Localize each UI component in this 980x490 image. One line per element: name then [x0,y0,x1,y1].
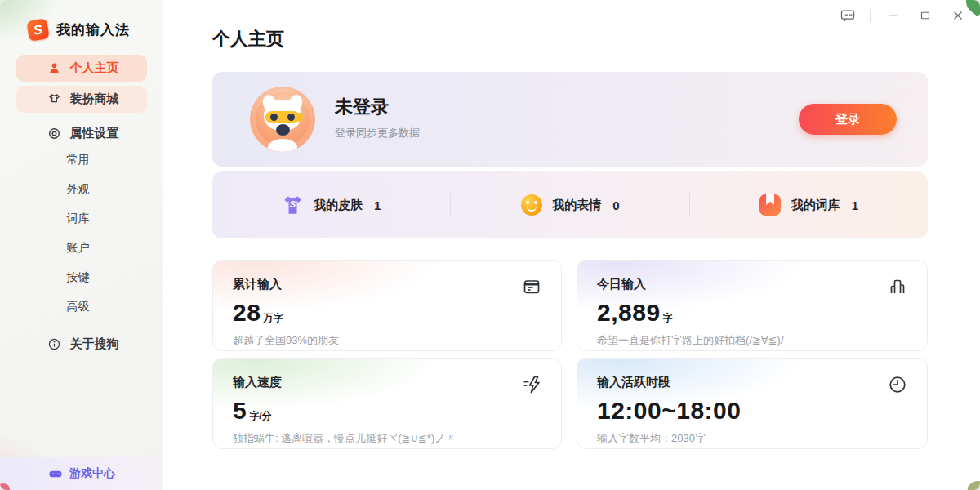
main-content: 个人主页 未登录 登录同步更多数据 登录 [163,0,980,490]
sidebar-item-about[interactable]: 关于搜狗 [16,332,147,356]
card-value: 5 [233,397,247,425]
titlebar-controls [837,7,969,24]
stat-my-skins[interactable]: S 我的皮肤 1 [212,195,450,216]
profile-text: 未登录 登录同步更多数据 [335,95,420,140]
card-input-speed: 输入速度 5 字/分 独指蜗牛: 逃离喧嚣，慢点儿挺好ヾ(≧∪≦*)ノ〃 [212,358,562,449]
gamepad-icon [48,466,63,481]
sidebar: S 我的输入法 个人主页 装扮商城 属性设置 [0,0,163,490]
card-unit: 万字 [263,311,283,325]
sogou-logo-icon: S [26,18,50,42]
sidebar-item-label: 属性设置 [70,126,119,141]
card-value: 2,889 [597,299,661,327]
app-window: S 我的输入法 个人主页 装扮商城 属性设置 [0,0,980,490]
card-description: 超越了全国93%的朋友 [233,333,541,348]
clock-icon [888,375,907,394]
tshirt-icon [47,92,62,107]
smiley-icon [520,194,542,216]
sidebar-subitem-dictionary[interactable]: 词库 [16,204,147,234]
card-description: 独指蜗牛: 逃离喧嚣，慢点儿挺好ヾ(≧∪≦*)ノ〃 [233,431,541,446]
minimize-icon[interactable] [882,7,903,24]
maximize-icon[interactable] [915,7,936,24]
card-today-input: 今日输入 2,889 字 希望一直是你打字路上的好拍档(/≧∀≦)/ [577,260,928,351]
stats-bar: S 我的皮肤 1 我的表情 0 我的词库 1 [212,172,928,238]
avatar[interactable] [250,87,315,152]
speed-icon [522,375,541,394]
card-description: 输入字数平均：2030字 [597,431,907,446]
book-icon [760,194,782,216]
card-unit: 字 [663,311,673,325]
stat-label: 我的皮肤 [314,198,363,213]
person-icon [47,61,62,76]
sidebar-item-label: 个人主页 [70,60,119,76]
card-title: 输入活跃时段 [597,375,907,390]
stat-label: 我的表情 [552,198,601,213]
bar-chart-icon [888,277,907,296]
login-button[interactable]: 登录 [799,104,897,135]
profile-card: 未登录 登录同步更多数据 登录 [212,72,928,167]
stat-my-emojis[interactable]: 我的表情 0 [451,194,688,216]
calendar-icon [522,277,541,296]
card-total-input: 累计输入 28 万字 超越了全国93%的朋友 [212,260,562,351]
card-title: 累计输入 [233,277,541,292]
card-active-period: 输入活跃时段 12:00~18:00 输入字数平均：2030字 [577,358,928,449]
sidebar-nav: 个人主页 装扮商城 属性设置 常用 外观 词库 账户 按键 高级 [0,55,163,356]
sidebar-item-label: 关于搜狗 [70,336,119,352]
stat-count: 1 [374,198,381,212]
sidebar-subitem-keys[interactable]: 按键 [16,263,147,292]
sidebar-subitem-account[interactable]: 账户 [16,234,147,263]
feedback-bubble-icon[interactable] [837,7,858,24]
sidebar-subitem-advanced[interactable]: 高级 [16,292,147,322]
card-unit: 字/分 [249,409,271,423]
target-icon [47,126,62,140]
avatar-goggles [265,111,300,123]
card-value: 12:00~18:00 [597,397,741,425]
tshirt-skin-icon: S [282,195,304,216]
info-icon [47,336,62,351]
sidebar-item-decoration-mall[interactable]: 装扮商城 [16,86,147,113]
stat-count: 0 [612,198,619,212]
sidebar-item-settings[interactable]: 属性设置 [16,121,147,145]
close-icon[interactable] [947,7,969,24]
sidebar-item-game-center[interactable]: 游戏中心 [0,457,163,490]
sidebar-item-label: 装扮商城 [70,91,119,107]
card-value: 28 [233,299,261,327]
card-title: 今日输入 [597,277,907,292]
info-cards-grid: 累计输入 28 万字 超越了全国93%的朋友 今日输入 2,889 字 希望一直… [212,260,928,449]
page-title: 个人主页 [212,27,284,51]
login-subtitle: 登录同步更多数据 [335,126,420,140]
avatar-nose [276,124,290,136]
titlebar-divider [870,9,871,22]
avatar-body [268,139,297,152]
stat-my-dictionaries[interactable]: 我的词库 1 [690,194,928,216]
sidebar-subitem-common[interactable]: 常用 [16,145,147,175]
sidebar-item-personal-home[interactable]: 个人主页 [16,55,147,82]
app-logo-row: S 我的输入法 [0,0,163,40]
login-status: 未登录 [335,95,420,119]
card-description: 希望一直是你打字路上的好拍档(/≧∀≦)/ [597,333,907,348]
app-title: 我的输入法 [56,20,130,39]
sidebar-subitem-appearance[interactable]: 外观 [16,175,147,204]
stat-count: 1 [852,198,858,212]
card-title: 输入速度 [233,375,541,390]
stat-label: 我的词库 [791,198,840,213]
game-center-label: 游戏中心 [69,466,115,481]
